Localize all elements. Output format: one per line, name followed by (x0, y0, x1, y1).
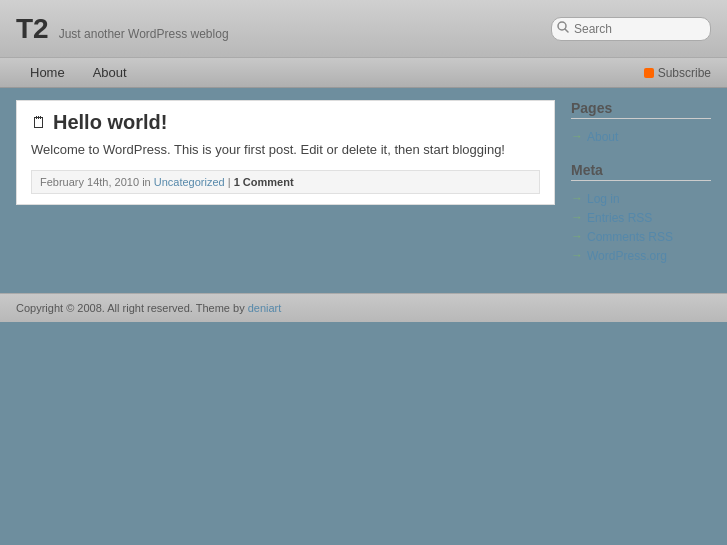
post-category[interactable]: Uncategorized (154, 176, 225, 188)
site-footer: Copyright © 2008. All right reserved. Th… (0, 293, 727, 322)
meta-widget-title: Meta (571, 162, 711, 181)
meta-list: → Log in → Entries RSS → Comments RSS → … (571, 189, 711, 265)
main-content-wrapper: 🗒 Hello world! Welcome to WordPress. Thi… (0, 88, 727, 293)
post-date: February 14th, 2010 (40, 176, 139, 188)
arrow-icon: → (571, 129, 583, 144)
header-branding: T2 Just another WordPress weblog (16, 13, 229, 45)
arrow-icon: → (571, 210, 583, 225)
footer-author-link[interactable]: deniart (248, 302, 282, 314)
search-input[interactable] (551, 17, 711, 41)
post-comments[interactable]: 1 Comment (234, 176, 294, 188)
search-wrapper (551, 17, 711, 41)
site-title: T2 (16, 13, 49, 45)
list-item: → Comments RSS (571, 227, 711, 246)
arrow-icon: → (571, 229, 583, 244)
nav-bar: Home About Subscribe (0, 58, 727, 88)
nav-home[interactable]: Home (16, 59, 79, 86)
subscribe-link[interactable]: Subscribe (644, 66, 711, 80)
site-header: T2 Just another WordPress weblog (0, 0, 727, 58)
post-icon: 🗒 (31, 114, 47, 132)
pages-widget: Pages → About (571, 100, 711, 146)
post-title: Hello world! (53, 111, 167, 134)
blog-post: 🗒 Hello world! Welcome to WordPress. Thi… (16, 100, 555, 205)
meta-comments-rss-link[interactable]: Comments RSS (587, 230, 673, 244)
rss-icon (644, 68, 654, 78)
svg-line-1 (565, 29, 568, 32)
footer-text: Copyright © 2008. All right reserved. Th… (16, 302, 245, 314)
list-item: → Entries RSS (571, 208, 711, 227)
post-title-row: 🗒 Hello world! (31, 111, 540, 134)
pages-about-link[interactable]: About (587, 130, 618, 144)
meta-login-link[interactable]: Log in (587, 192, 620, 206)
meta-widget: Meta → Log in → Entries RSS → Comments R… (571, 162, 711, 265)
sidebar: Pages → About Meta → Log in → Entries RS… (571, 100, 711, 281)
list-item: → Log in (571, 189, 711, 208)
list-item: → WordPress.org (571, 246, 711, 265)
nav-about[interactable]: About (79, 59, 141, 86)
pages-widget-title: Pages (571, 100, 711, 119)
search-icon (557, 21, 569, 37)
post-meta: February 14th, 2010 in Uncategorized | 1… (31, 170, 540, 194)
pages-list: → About (571, 127, 711, 146)
post-in-label: in (142, 176, 154, 188)
search-form[interactable] (551, 17, 711, 41)
nav-links: Home About (16, 59, 141, 86)
meta-entries-rss-link[interactable]: Entries RSS (587, 211, 652, 225)
meta-wordpress-org-link[interactable]: WordPress.org (587, 249, 667, 263)
post-content: Welcome to WordPress. This is your first… (31, 140, 540, 160)
subscribe-label: Subscribe (658, 66, 711, 80)
arrow-icon: → (571, 248, 583, 263)
site-tagline: Just another WordPress weblog (59, 27, 229, 41)
arrow-icon: → (571, 191, 583, 206)
content-area: 🗒 Hello world! Welcome to WordPress. Thi… (16, 100, 555, 281)
list-item: → About (571, 127, 711, 146)
